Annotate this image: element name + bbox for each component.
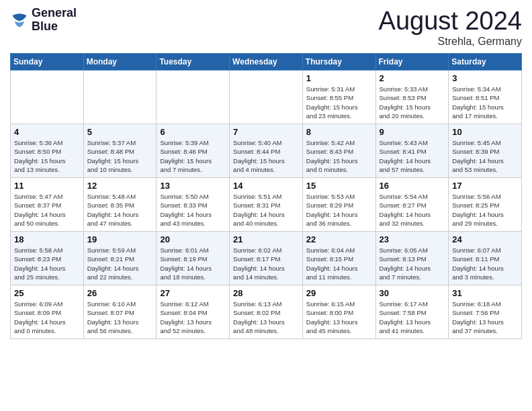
day-info: Sunrise: 5:43 AM Sunset: 8:41 PM Dayligh… <box>380 138 445 174</box>
calendar-cell: 10Sunrise: 5:45 AM Sunset: 8:39 PM Dayli… <box>449 124 522 178</box>
day-info: Sunrise: 5:40 AM Sunset: 8:44 PM Dayligh… <box>233 138 299 174</box>
calendar-cell: 1Sunrise: 5:31 AM Sunset: 8:55 PM Daylig… <box>302 71 375 124</box>
calendar-cell <box>11 71 84 124</box>
day-info: Sunrise: 6:13 AM Sunset: 8:02 PM Dayligh… <box>233 300 299 335</box>
day-info: Sunrise: 5:33 AM Sunset: 8:53 PM Dayligh… <box>380 85 445 120</box>
day-number: 12 <box>87 181 153 191</box>
day-info: Sunrise: 6:18 AM Sunset: 7:56 PM Dayligh… <box>452 300 518 335</box>
day-number: 19 <box>87 234 153 244</box>
calendar-cell: 9Sunrise: 5:43 AM Sunset: 8:41 PM Daylig… <box>375 124 449 178</box>
calendar-week-5: 25Sunrise: 6:09 AM Sunset: 8:09 PM Dayli… <box>11 285 522 339</box>
calendar-cell: 22Sunrise: 6:04 AM Sunset: 8:15 PM Dayli… <box>302 232 375 285</box>
day-info: Sunrise: 5:50 AM Sunset: 8:33 PM Dayligh… <box>160 192 226 228</box>
day-number: 25 <box>14 288 80 298</box>
day-number: 30 <box>380 288 445 298</box>
calendar-cell: 8Sunrise: 5:42 AM Sunset: 8:43 PM Daylig… <box>302 124 375 178</box>
day-number: 16 <box>380 181 445 191</box>
calendar-cell: 24Sunrise: 6:07 AM Sunset: 8:11 PM Dayli… <box>449 232 522 285</box>
day-number: 11 <box>14 181 80 191</box>
day-number: 2 <box>380 73 445 83</box>
day-number: 23 <box>380 234 445 244</box>
calendar-cell <box>230 71 303 124</box>
day-info: Sunrise: 6:12 AM Sunset: 8:04 PM Dayligh… <box>160 300 226 335</box>
calendar-cell <box>157 71 230 124</box>
header-monday: Monday <box>83 54 157 71</box>
day-number: 8 <box>306 127 372 137</box>
calendar-cell: 6Sunrise: 5:39 AM Sunset: 8:46 PM Daylig… <box>157 124 230 178</box>
day-info: Sunrise: 5:39 AM Sunset: 8:46 PM Dayligh… <box>160 138 226 174</box>
calendar-cell: 11Sunrise: 5:47 AM Sunset: 8:37 PM Dayli… <box>11 178 84 232</box>
day-number: 4 <box>14 127 80 137</box>
header-wednesday: Wednesday <box>230 54 303 71</box>
day-number: 6 <box>160 127 226 137</box>
day-number: 17 <box>452 181 518 191</box>
day-number: 1 <box>306 73 372 83</box>
calendar-cell: 26Sunrise: 6:10 AM Sunset: 8:07 PM Dayli… <box>83 285 157 339</box>
day-number: 18 <box>14 234 80 244</box>
day-number: 14 <box>233 181 299 191</box>
day-number: 3 <box>452 73 518 83</box>
day-info: Sunrise: 5:59 AM Sunset: 8:21 PM Dayligh… <box>87 246 153 281</box>
calendar-cell: 28Sunrise: 6:13 AM Sunset: 8:02 PM Dayli… <box>230 285 303 339</box>
day-info: Sunrise: 5:34 AM Sunset: 8:51 PM Dayligh… <box>452 85 518 120</box>
day-info: Sunrise: 5:37 AM Sunset: 8:48 PM Dayligh… <box>87 138 153 174</box>
day-number: 31 <box>452 288 518 298</box>
day-info: Sunrise: 6:04 AM Sunset: 8:15 PM Dayligh… <box>306 246 372 281</box>
logo-text: General Blue <box>32 7 77 34</box>
day-info: Sunrise: 6:09 AM Sunset: 8:09 PM Dayligh… <box>14 300 80 335</box>
logo-icon <box>10 11 29 30</box>
day-info: Sunrise: 5:31 AM Sunset: 8:55 PM Dayligh… <box>306 85 372 120</box>
calendar-cell: 31Sunrise: 6:18 AM Sunset: 7:56 PM Dayli… <box>449 285 522 339</box>
day-number: 20 <box>160 234 226 244</box>
calendar-cell: 21Sunrise: 6:02 AM Sunset: 8:17 PM Dayli… <box>230 232 303 285</box>
day-info: Sunrise: 6:05 AM Sunset: 8:13 PM Dayligh… <box>380 246 445 281</box>
calendar-week-1: 1Sunrise: 5:31 AM Sunset: 8:55 PM Daylig… <box>11 71 522 124</box>
day-info: Sunrise: 6:17 AM Sunset: 7:58 PM Dayligh… <box>380 300 445 335</box>
page-header: General Blue August 2024 Strehla, German… <box>10 7 522 48</box>
calendar-cell: 3Sunrise: 5:34 AM Sunset: 8:51 PM Daylig… <box>449 71 522 124</box>
month-title: August 2024 <box>379 7 522 36</box>
calendar-cell: 5Sunrise: 5:37 AM Sunset: 8:48 PM Daylig… <box>83 124 157 178</box>
calendar-cell: 4Sunrise: 5:36 AM Sunset: 8:50 PM Daylig… <box>11 124 84 178</box>
day-info: Sunrise: 5:47 AM Sunset: 8:37 PM Dayligh… <box>14 192 80 228</box>
day-info: Sunrise: 6:07 AM Sunset: 8:11 PM Dayligh… <box>452 246 518 281</box>
day-number: 10 <box>452 127 518 137</box>
header-tuesday: Tuesday <box>157 54 230 71</box>
day-info: Sunrise: 5:42 AM Sunset: 8:43 PM Dayligh… <box>306 138 372 174</box>
calendar-header-row: SundayMondayTuesdayWednesdayThursdayFrid… <box>11 54 522 71</box>
calendar-cell: 12Sunrise: 5:48 AM Sunset: 8:35 PM Dayli… <box>83 178 157 232</box>
calendar-cell: 27Sunrise: 6:12 AM Sunset: 8:04 PM Dayli… <box>157 285 230 339</box>
title-block: August 2024 Strehla, Germany <box>379 7 522 48</box>
day-info: Sunrise: 5:54 AM Sunset: 8:27 PM Dayligh… <box>380 192 445 228</box>
header-saturday: Saturday <box>449 54 522 71</box>
calendar-cell: 2Sunrise: 5:33 AM Sunset: 8:53 PM Daylig… <box>375 71 449 124</box>
day-info: Sunrise: 5:51 AM Sunset: 8:31 PM Dayligh… <box>233 192 299 228</box>
calendar-cell: 13Sunrise: 5:50 AM Sunset: 8:33 PM Dayli… <box>157 178 230 232</box>
day-number: 26 <box>87 288 153 298</box>
location-subtitle: Strehla, Germany <box>379 36 522 48</box>
calendar-cell: 15Sunrise: 5:53 AM Sunset: 8:29 PM Dayli… <box>302 178 375 232</box>
calendar-week-4: 18Sunrise: 5:58 AM Sunset: 8:23 PM Dayli… <box>11 232 522 285</box>
header-sunday: Sunday <box>11 54 84 71</box>
calendar-cell: 29Sunrise: 6:15 AM Sunset: 8:00 PM Dayli… <box>302 285 375 339</box>
calendar-cell: 7Sunrise: 5:40 AM Sunset: 8:44 PM Daylig… <box>230 124 303 178</box>
day-number: 5 <box>87 127 153 137</box>
day-number: 24 <box>452 234 518 244</box>
day-number: 7 <box>233 127 299 137</box>
calendar-week-3: 11Sunrise: 5:47 AM Sunset: 8:37 PM Dayli… <box>11 178 522 232</box>
calendar-table: SundayMondayTuesdayWednesdayThursdayFrid… <box>10 53 522 339</box>
day-info: Sunrise: 6:10 AM Sunset: 8:07 PM Dayligh… <box>87 300 153 335</box>
day-info: Sunrise: 5:56 AM Sunset: 8:25 PM Dayligh… <box>452 192 518 228</box>
calendar-cell: 20Sunrise: 6:01 AM Sunset: 8:19 PM Dayli… <box>157 232 230 285</box>
day-info: Sunrise: 5:58 AM Sunset: 8:23 PM Dayligh… <box>14 246 80 281</box>
day-number: 21 <box>233 234 299 244</box>
calendar-week-2: 4Sunrise: 5:36 AM Sunset: 8:50 PM Daylig… <box>11 124 522 178</box>
day-info: Sunrise: 5:45 AM Sunset: 8:39 PM Dayligh… <box>452 138 518 174</box>
calendar-cell: 18Sunrise: 5:58 AM Sunset: 8:23 PM Dayli… <box>11 232 84 285</box>
day-number: 27 <box>160 288 226 298</box>
header-thursday: Thursday <box>302 54 375 71</box>
day-number: 22 <box>306 234 372 244</box>
day-info: Sunrise: 6:01 AM Sunset: 8:19 PM Dayligh… <box>160 246 226 281</box>
calendar-cell: 16Sunrise: 5:54 AM Sunset: 8:27 PM Dayli… <box>375 178 449 232</box>
calendar-cell: 23Sunrise: 6:05 AM Sunset: 8:13 PM Dayli… <box>375 232 449 285</box>
